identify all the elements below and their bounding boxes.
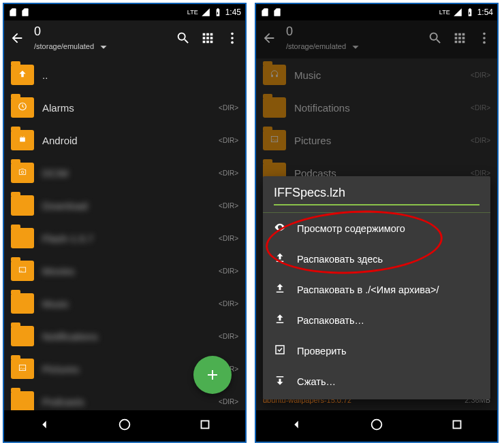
context-menu-item[interactable]: Распаковать… bbox=[263, 305, 490, 335]
dropdown-icon bbox=[96, 39, 111, 54]
dir-tag: <DIR> bbox=[219, 333, 238, 340]
folder-icon bbox=[11, 359, 34, 379]
list-item[interactable]: Notifications<DIR> bbox=[4, 320, 245, 352]
svg-point-5 bbox=[23, 138, 24, 139]
folder-icon bbox=[11, 130, 34, 150]
list-item[interactable]: Music<DIR> bbox=[256, 59, 497, 91]
sd-card-icon bbox=[20, 7, 30, 17]
context-menu-item-label: Распаковать в ./<Имя архива>/ bbox=[297, 284, 439, 295]
svg-point-4 bbox=[21, 138, 22, 139]
list-item[interactable]: Pictures<DIR> bbox=[256, 124, 497, 156]
back-button[interactable] bbox=[10, 31, 25, 48]
folder-icon bbox=[11, 195, 34, 216]
nav-recent[interactable] bbox=[198, 417, 212, 435]
folder-icon bbox=[263, 97, 286, 118]
svg-rect-23 bbox=[454, 421, 461, 429]
check-icon bbox=[274, 344, 286, 358]
svg-rect-10 bbox=[202, 421, 209, 429]
add-fab[interactable] bbox=[193, 356, 232, 394]
dir-tag: <DIR> bbox=[219, 104, 238, 112]
svg-point-22 bbox=[372, 420, 382, 430]
svg-rect-16 bbox=[271, 136, 277, 142]
dir-tag: <DIR> bbox=[219, 398, 238, 405]
folder-icon bbox=[263, 65, 286, 85]
svg-point-6 bbox=[21, 171, 24, 173]
folder-icon bbox=[11, 293, 34, 314]
context-menu-item[interactable]: Распаковать в ./<Имя архива>/ bbox=[263, 274, 490, 305]
list-item[interactable]: Flash-1.0.7<DIR> bbox=[4, 222, 245, 254]
context-menu-item[interactable]: Проверить bbox=[263, 335, 490, 366]
nav-home[interactable] bbox=[117, 417, 132, 435]
grid-view-button[interactable] bbox=[200, 31, 215, 48]
item-label: Flash-1.0.7 bbox=[42, 233, 219, 244]
context-menu-item-label: Распаковать… bbox=[297, 315, 364, 326]
lte-label: LTE bbox=[439, 9, 450, 16]
list-item[interactable]: .. bbox=[4, 59, 245, 91]
svg-point-0 bbox=[231, 33, 234, 35]
list-item[interactable]: DCIM<DIR> bbox=[4, 156, 245, 189]
toolbar: 0 /storage/emulated bbox=[256, 20, 497, 59]
item-label: DCIM bbox=[42, 167, 219, 179]
list-item[interactable]: Alarms<DIR> bbox=[4, 91, 245, 124]
battery-icon bbox=[213, 7, 223, 17]
overflow-menu-button[interactable] bbox=[225, 31, 240, 48]
signal-icon bbox=[201, 7, 210, 17]
item-label: Pictures bbox=[42, 363, 219, 375]
nav-back[interactable] bbox=[289, 417, 304, 435]
item-label: .. bbox=[42, 69, 238, 81]
dropdown-icon bbox=[348, 39, 363, 54]
nav-bar bbox=[256, 410, 497, 442]
search-button[interactable] bbox=[176, 31, 191, 48]
list-item[interactable]: Movies<DIR> bbox=[4, 254, 245, 287]
extract-to-icon bbox=[274, 282, 286, 297]
svg-rect-21 bbox=[277, 376, 284, 378]
list-item[interactable]: Download<DIR> bbox=[4, 189, 245, 222]
context-menu: IFFSpecs.lzh Просмотр содержимогоРаспако… bbox=[263, 176, 490, 399]
overflow-menu-button[interactable] bbox=[477, 31, 492, 48]
clock-time: 1:54 bbox=[477, 7, 493, 17]
svg-point-9 bbox=[120, 420, 130, 430]
lte-label: LTE bbox=[187, 9, 198, 16]
list-item[interactable]: Android<DIR> bbox=[4, 124, 245, 156]
list-item[interactable]: Music<DIR> bbox=[4, 287, 245, 320]
path-current: 0 bbox=[286, 24, 418, 39]
nav-recent[interactable] bbox=[450, 417, 464, 435]
folder-icon bbox=[11, 391, 34, 410]
svg-rect-17 bbox=[277, 261, 284, 263]
nav-bar bbox=[4, 410, 245, 442]
search-button[interactable] bbox=[428, 31, 443, 48]
phone-right: LTE 1:54 0 /storage/emulated Music<DIR>N… bbox=[255, 3, 499, 443]
breadcrumb[interactable]: 0 /storage/emulated bbox=[286, 24, 418, 54]
svg-point-12 bbox=[483, 37, 486, 39]
nav-home[interactable] bbox=[369, 417, 384, 435]
path-full: /storage/emulated bbox=[286, 42, 346, 51]
nav-back[interactable] bbox=[37, 417, 52, 435]
folder-icon bbox=[11, 65, 34, 85]
svg-point-13 bbox=[483, 42, 486, 44]
folder-icon bbox=[11, 228, 34, 248]
folder-icon bbox=[263, 130, 286, 150]
item-label: Android bbox=[42, 135, 219, 146]
dir-tag: <DIR> bbox=[219, 169, 238, 177]
context-menu-item[interactable]: Просмотр содержимого bbox=[263, 213, 490, 244]
compress-icon bbox=[274, 374, 286, 388]
svg-point-11 bbox=[483, 33, 486, 35]
back-button[interactable] bbox=[262, 31, 277, 48]
breadcrumb[interactable]: 0 /storage/emulated bbox=[34, 24, 166, 54]
dir-tag: <DIR> bbox=[219, 235, 238, 242]
item-label: Movies bbox=[42, 265, 219, 277]
grid-view-button[interactable] bbox=[452, 31, 467, 48]
dir-tag: <DIR> bbox=[471, 137, 490, 144]
list-item[interactable]: Notifications<DIR> bbox=[256, 91, 497, 124]
context-menu-item-label: Распаковать здесь bbox=[297, 254, 383, 265]
dir-tag: <DIR> bbox=[471, 71, 490, 79]
context-menu-item[interactable]: Распаковать здесь bbox=[263, 244, 490, 274]
dir-tag: <DIR> bbox=[219, 202, 238, 210]
context-menu-item-label: Сжать… bbox=[297, 376, 336, 387]
item-label: Music bbox=[294, 69, 471, 81]
svg-rect-19 bbox=[277, 322, 284, 324]
item-label: Notifications bbox=[294, 102, 471, 114]
phone-left: LTE 1:45 0 /storage/emulated ..Alarms<DI… bbox=[3, 3, 247, 443]
dir-tag: <DIR> bbox=[219, 267, 238, 275]
context-menu-item[interactable]: Сжать… bbox=[263, 366, 490, 397]
